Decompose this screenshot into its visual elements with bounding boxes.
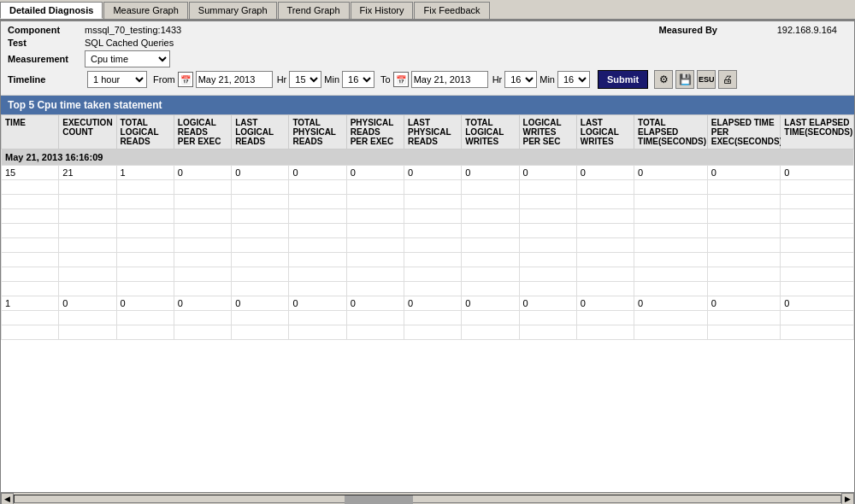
tab-fix-feedback[interactable]: Fix Feedback <box>414 2 489 19</box>
cell-total_physical_reads: 0 <box>289 166 346 180</box>
group-header-cell: May 21, 2013 16:16:09 <box>2 149 854 166</box>
submit-button[interactable]: Submit <box>598 70 648 89</box>
horizontal-scrollbar[interactable]: ◀ ▶ <box>1 492 854 504</box>
settings-icon-btn[interactable]: ⚙ <box>654 70 673 89</box>
cell-last_elapsed_time: 0 <box>781 166 854 180</box>
tab-detailed-diagnosis[interactable]: Detailed Diagnosis <box>0 2 103 19</box>
cell-total_logical_writes: 0 <box>462 166 519 180</box>
col-total-logical-reads: TOTAL LOGICAL READS <box>116 115 174 149</box>
cell-total_elapsed_time: 0 <box>634 296 708 311</box>
table-section: Top 5 Cpu time taken statement TIMEEXECU… <box>1 96 854 504</box>
table-row-empty <box>2 180 854 195</box>
save-icon-btn[interactable]: 💾 <box>675 70 694 89</box>
from-min-label: Min <box>324 74 339 85</box>
tab-fix-history[interactable]: Fix History <box>351 2 414 19</box>
info-header: Component mssql_70_testing:1433 Measured… <box>1 21 854 96</box>
table-row-empty <box>2 209 854 224</box>
col-total-logical-writes: TOTAL LOGICAL WRITES <box>462 115 519 149</box>
tab-measure-graph[interactable]: Measure Graph <box>103 2 187 19</box>
from-label: From <box>153 74 175 85</box>
cell-total_logical_reads: 0 <box>116 296 174 311</box>
table-row-empty <box>2 311 854 325</box>
main-container: Component mssql_70_testing:1433 Measured… <box>0 21 855 504</box>
table-row-empty <box>2 253 854 267</box>
cell-last_physical_reads: 0 <box>404 296 461 311</box>
col-logical-reads-per-exec: LOGICAL READS PER EXEC <box>174 115 231 149</box>
to-label: To <box>380 74 391 85</box>
component-value: mssql_70_testing:1433 <box>85 25 181 35</box>
cell-time: 1 <box>2 296 59 311</box>
cell-total_logical_writes: 0 <box>462 296 519 311</box>
col-last-elapsed-time(seconds): LAST ELAPSED TIME(SECONDS) <box>781 115 854 149</box>
timeline-label: Timeline <box>8 74 85 85</box>
to-hr-select[interactable]: 16 <box>504 71 537 88</box>
table-row-empty <box>2 195 854 209</box>
cell-last_logical_reads: 0 <box>232 296 289 311</box>
from-date-input[interactable] <box>196 71 273 88</box>
col-physical-reads-per-exec: PHYSICAL READS PER EXEC <box>346 115 404 149</box>
cell-last_logical_reads: 0 <box>232 166 289 180</box>
cell-logical_reads_per_exec: 0 <box>174 296 231 311</box>
from-min-select[interactable]: 16 <box>342 71 374 88</box>
from-hr-label: Hr <box>277 74 287 85</box>
cell-total_elapsed_time: 0 <box>634 166 708 180</box>
tab-bar: Detailed DiagnosisMeasure GraphSummary G… <box>0 0 855 21</box>
test-value: SQL Cached Queries <box>85 38 174 48</box>
scroll-thumb[interactable] <box>345 495 413 504</box>
cell-last_physical_reads: 0 <box>404 166 461 180</box>
table-row-empty <box>2 267 854 282</box>
table-row-empty <box>2 224 854 238</box>
to-calendar-icon[interactable]: 📅 <box>393 72 409 87</box>
cell-elapsed_time_per_exec: 0 <box>707 166 781 180</box>
cell-physical_reads_per_exec: 0 <box>346 296 404 311</box>
table-title: Top 5 Cpu time taken statement <box>1 96 854 114</box>
to-min-select[interactable]: 16 <box>557 71 590 88</box>
table-row-empty <box>2 325 854 340</box>
col-elapsed-time-per-exec(seconds): ELAPSED TIME PER EXEC(SECONDS) <box>707 115 781 149</box>
col-total-elapsed-time(seconds): TOTAL ELAPSED TIME(SECONDS) <box>634 115 708 149</box>
cell-last_elapsed_time: 0 <box>781 296 854 311</box>
table-wrapper[interactable]: TIMEEXECUTION COUNTTOTAL LOGICAL READSLO… <box>1 114 854 492</box>
to-hr-label: Hr <box>492 74 503 85</box>
cell-time: 15 <box>2 166 59 180</box>
cell-exec_count: 0 <box>59 296 116 311</box>
test-label: Test <box>8 38 85 48</box>
cell-logical_writes_per_sec: 0 <box>519 166 576 180</box>
cell-logical_writes_per_sec: 0 <box>519 296 576 311</box>
measured-by-value: 192.168.9.164 <box>777 25 837 35</box>
cell-physical_reads_per_exec: 0 <box>346 166 404 180</box>
table-row-empty <box>2 238 854 253</box>
from-calendar-icon[interactable]: 📅 <box>178 72 193 87</box>
col-time: TIME <box>2 115 59 149</box>
table-row: 10000000000000 <box>2 296 854 311</box>
tab-trend-graph[interactable]: Trend Graph <box>278 2 350 19</box>
tab-summary-graph[interactable]: Summary Graph <box>189 2 277 19</box>
col-total-physical-reads: TOTAL PHYSICAL READS <box>289 115 346 149</box>
measurement-label: Measurement <box>8 54 85 64</box>
scroll-right-btn[interactable]: ▶ <box>841 493 854 505</box>
interval-select[interactable]: 1 hour 30 min 15 min 1 day <box>87 71 147 88</box>
table-body: May 21, 2013 16:16:091521100000000000 10… <box>2 149 854 340</box>
to-date-input[interactable] <box>411 71 488 88</box>
from-hr-select[interactable]: 15 <box>289 71 321 88</box>
scroll-left-btn[interactable]: ◀ <box>1 493 14 505</box>
group-header-row: May 21, 2013 16:16:09 <box>2 149 854 166</box>
col-last-logical-reads: LAST LOGICAL READS <box>232 115 289 149</box>
cell-total_physical_reads: 0 <box>289 296 346 311</box>
table-header-row: TIMEEXECUTION COUNTTOTAL LOGICAL READSLO… <box>2 115 854 149</box>
print-icon-btn[interactable]: 🖨 <box>718 70 737 89</box>
measured-by-label: Measured By <box>659 25 717 35</box>
data-table: TIMEEXECUTION COUNTTOTAL LOGICAL READSLO… <box>1 114 854 340</box>
cell-exec_count: 21 <box>59 166 116 180</box>
scroll-track[interactable] <box>14 495 841 503</box>
text-icon-btn[interactable]: ESU <box>697 70 716 89</box>
measurement-select[interactable]: Cpu time <box>85 50 170 67</box>
table-row: 1521100000000000 <box>2 166 854 180</box>
col-last-physical-reads: LAST PHYSICAL READS <box>404 115 461 149</box>
cell-last_logical_writes: 0 <box>576 296 634 311</box>
cell-elapsed_time_per_exec: 0 <box>707 296 781 311</box>
col-last-logical-writes: LAST LOGICAL WRITES <box>576 115 634 149</box>
component-label: Component <box>8 25 85 35</box>
cell-total_logical_reads: 1 <box>116 166 174 180</box>
col-logical-writes-per-sec: LOGICAL WRITES PER SEC <box>519 115 576 149</box>
